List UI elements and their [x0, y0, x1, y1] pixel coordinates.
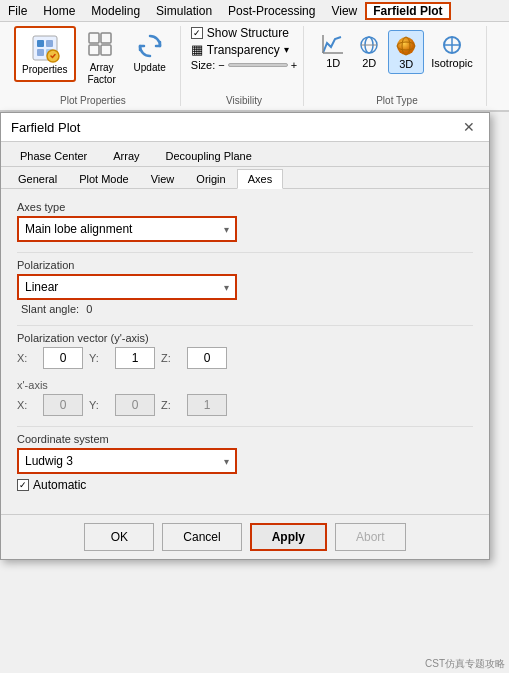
pol-vector-xyz: X: Y: Z: [17, 347, 473, 369]
pol-y-label: Y: [89, 352, 109, 364]
automatic-label: Automatic [33, 478, 86, 492]
pol-z-input[interactable] [187, 347, 227, 369]
watermark: CST仿真专题攻略 [425, 657, 505, 671]
size-slider[interactable] [228, 63, 288, 67]
xaxis-x-input [43, 394, 83, 416]
tab-decoupling-plane[interactable]: Decoupling Plane [153, 145, 265, 166]
coord-system-group: Coordinate system Ludwig 3 ▾ ✓ Automatic [17, 433, 473, 492]
size-row: Size: − + [191, 59, 297, 71]
axes-type-value: Main lobe alignment [25, 222, 132, 236]
plot-type-label: Plot Type [376, 95, 418, 106]
axes-type-group: Axes type Main lobe alignment ▾ [17, 201, 473, 242]
update-button[interactable]: Update [128, 26, 172, 78]
abort-button[interactable]: Abort [335, 523, 406, 551]
coord-system-label: Coordinate system [17, 433, 473, 445]
update-icon [134, 30, 166, 62]
menu-file[interactable]: File [0, 2, 35, 20]
plot-isotropic-icon [440, 33, 464, 57]
plot-type-buttons: 1D 2D [316, 30, 478, 74]
pol-x-label: X: [17, 352, 37, 364]
plot-type-group: 1D 2D [308, 26, 487, 106]
transparency-label: Transparency [207, 43, 280, 57]
axes-type-chevron: ▾ [224, 224, 229, 235]
ribbon: Properties ArrayFactor [0, 22, 509, 112]
svg-rect-2 [46, 40, 53, 47]
pol-x-input[interactable] [43, 347, 83, 369]
xaxis-x-label: X: [17, 399, 37, 411]
xaxis-y-label: Y: [89, 399, 109, 411]
dialog-title: Farfield Plot [11, 120, 80, 135]
dialog-titlebar: Farfield Plot ✕ [1, 113, 489, 142]
xaxis-label: x'-axis [17, 379, 473, 391]
svg-rect-6 [89, 33, 99, 43]
coord-system-chevron: ▾ [224, 456, 229, 467]
array-factor-icon [86, 30, 118, 62]
show-structure-label: Show Structure [207, 26, 289, 40]
tab-array[interactable]: Array [100, 145, 152, 166]
dialog-content: Axes type Main lobe alignment ▾ Polariza… [1, 189, 489, 514]
tab-axes[interactable]: Axes [237, 169, 283, 189]
tab-plot-mode[interactable]: Plot Mode [68, 169, 140, 188]
svg-rect-8 [89, 45, 99, 55]
plot-2d-label: 2D [362, 57, 376, 69]
plot-1d-icon [321, 33, 345, 57]
array-factor-label: ArrayFactor [87, 62, 115, 86]
polarization-select[interactable]: Linear ▾ [17, 274, 237, 300]
ok-button[interactable]: OK [84, 523, 154, 551]
array-factor-button[interactable]: ArrayFactor [80, 26, 124, 90]
menu-farfield-plot[interactable]: Farfield Plot [365, 2, 450, 20]
menu-postprocessing[interactable]: Post-Processing [220, 2, 323, 20]
farfield-dialog: Farfield Plot ✕ Phase Center Array Decou… [0, 112, 490, 560]
size-label: Size: [191, 59, 215, 71]
plot-type-3d[interactable]: 3D [388, 30, 424, 74]
svg-rect-7 [101, 33, 111, 43]
properties-button[interactable]: Properties [14, 26, 76, 82]
properties-label: Properties [22, 64, 68, 76]
dialog-overlay: Farfield Plot ✕ Phase Center Array Decou… [0, 112, 509, 673]
transparency-row[interactable]: ▦ Transparency ▾ [191, 42, 297, 57]
apply-button[interactable]: Apply [250, 523, 327, 551]
svg-rect-1 [37, 40, 44, 47]
ribbon-items: Properties ArrayFactor [14, 26, 172, 93]
slant-angle-value: 0 [86, 303, 92, 315]
visibility-group: ✓ Show Structure ▦ Transparency ▾ Size: … [185, 26, 304, 106]
plot-properties-group: Properties ArrayFactor [6, 26, 181, 106]
properties-icon [29, 32, 61, 64]
xaxis-xyz: X: Y: Z: [17, 394, 473, 416]
plot-type-1d[interactable]: 1D [316, 30, 350, 74]
size-minus[interactable]: − [218, 59, 224, 71]
close-button[interactable]: ✕ [459, 119, 479, 135]
tab-general[interactable]: General [7, 169, 68, 188]
menu-view[interactable]: View [323, 2, 365, 20]
menu-simulation[interactable]: Simulation [148, 2, 220, 20]
tabs-bottom: General Plot Mode View Origin Axes [1, 167, 489, 189]
update-label: Update [134, 62, 166, 74]
plot-type-isotropic[interactable]: Isotropic [426, 30, 478, 74]
coord-system-select[interactable]: Ludwig 3 ▾ [17, 448, 237, 474]
axes-type-label: Axes type [17, 201, 473, 213]
polarization-label: Polarization [17, 259, 473, 271]
show-structure-row[interactable]: ✓ Show Structure [191, 26, 297, 40]
axes-type-select[interactable]: Main lobe alignment ▾ [17, 216, 237, 242]
menubar: File Home Modeling Simulation Post-Proce… [0, 0, 509, 22]
cancel-button[interactable]: Cancel [162, 523, 241, 551]
xaxis-z-label: Z: [161, 399, 181, 411]
tab-view[interactable]: View [140, 169, 186, 188]
xaxis-z-input [187, 394, 227, 416]
menu-home[interactable]: Home [35, 2, 83, 20]
slant-angle-row: Slant angle: 0 [17, 303, 473, 315]
menu-modeling[interactable]: Modeling [83, 2, 148, 20]
plot-3d-label: 3D [399, 58, 413, 70]
size-plus[interactable]: + [291, 59, 297, 71]
tab-phase-center[interactable]: Phase Center [7, 145, 100, 166]
xaxis-y-input [115, 394, 155, 416]
tab-origin[interactable]: Origin [185, 169, 236, 188]
show-structure-checkbox[interactable]: ✓ [191, 27, 203, 39]
svg-rect-3 [37, 49, 44, 56]
plot-properties-label: Plot Properties [60, 95, 126, 106]
automatic-checkbox[interactable]: ✓ [17, 479, 29, 491]
pol-y-input[interactable] [115, 347, 155, 369]
transparency-chevron[interactable]: ▾ [284, 44, 289, 55]
pol-vector-group: Polarization vector (y'-axis) X: Y: Z: [17, 332, 473, 369]
plot-type-2d[interactable]: 2D [352, 30, 386, 74]
